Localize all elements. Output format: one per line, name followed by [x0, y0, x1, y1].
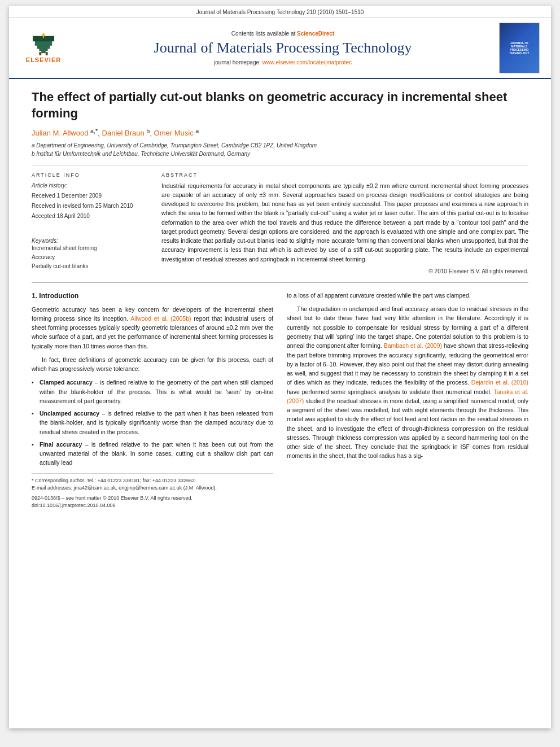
article-info-label: ARTICLE INFO	[32, 172, 150, 178]
contents-line: Contents lists available at ScienceDirec…	[231, 30, 334, 37]
intro-heading: 1. Introduction	[32, 291, 273, 302]
svg-rect-6	[46, 52, 48, 55]
article-main: The effect of partially cut-out blanks o…	[9, 79, 551, 521]
journal-title-area: Contents lists available at ScienceDirec…	[75, 23, 491, 73]
keywords-list: Incremental sheet forming Accuracy Parti…	[32, 244, 150, 271]
footnote-star: * Corresponding author. Tel.: +44 01223 …	[32, 477, 273, 485]
journal-citation: Journal of Materials Processing Technolo…	[9, 6, 551, 18]
keyword-3: Partially cut-out blanks	[32, 262, 150, 271]
author-allwood[interactable]: Julian M. Allwood	[32, 129, 88, 138]
body-left-col: 1. Introduction Geometric accuracy has b…	[32, 291, 273, 510]
copyright: © 2010 Elsevier B.V. All rights reserved…	[161, 268, 528, 274]
ref-allwood-2005b[interactable]: Allwood et al. (2005b)	[130, 315, 191, 322]
article-history: Article history: Received 1 December 200…	[32, 181, 150, 221]
homepage-link[interactable]: www.elsevier.com/locate/jmatprotec	[262, 59, 352, 65]
issn-line: 0924-0136/$ – see front matter © 2010 El…	[32, 495, 273, 503]
doi-line: doi:10.1016/j.jmatprotec.2010.04.008	[32, 502, 273, 510]
body-right-col: to a loss of all apparent curvature crea…	[287, 291, 528, 510]
journal-cover-area: JOURNAL OF MATERIALS PROCESSING TECHNOLO…	[497, 23, 542, 73]
journal-cover-image: JOURNAL OF MATERIALS PROCESSING TECHNOLO…	[499, 23, 540, 73]
ref-dejardin-2010[interactable]: Dejardin et al. (2010)	[471, 379, 528, 386]
elsevier-text: ELSEVIER	[26, 56, 61, 63]
right-para1: to a loss of all apparent curvature crea…	[287, 291, 528, 300]
bullet-final: Final accuracy – is defined relative to …	[32, 440, 273, 468]
right-para2: The degradation in unclamped and final a…	[287, 304, 528, 461]
ref-bambach-2009[interactable]: Bambach et al. (2009)	[384, 342, 442, 349]
bullet-unclamped: Unclamped accuracy – is defined relative…	[32, 409, 273, 436]
article-info-abstract: ARTICLE INFO Article history: Received 1…	[32, 172, 528, 274]
keyword-2: Accuracy	[32, 253, 150, 262]
article-divider	[32, 165, 528, 165]
ref-tanaka-2007[interactable]: Tanaka et al. (2007)	[287, 388, 528, 404]
publisher-logo-area: ELSEVIER	[18, 23, 69, 73]
elsevier-logo: ELSEVIER	[21, 31, 66, 65]
journal-homepage: journal homepage: www.elsevier.com/locat…	[214, 59, 352, 65]
author-music[interactable]: Omer Music	[154, 129, 194, 138]
citation-text: Journal of Materials Processing Technolo…	[196, 9, 364, 15]
intro-para1: Geometric accuracy has been a key concer…	[32, 305, 273, 351]
author-braun[interactable]: Daniel Braun	[102, 129, 145, 138]
authors-line: Julian M. Allwood a,*, Daniel Braun b, O…	[32, 127, 528, 137]
journal-header: ELSEVIER Contents lists available at Sci…	[9, 18, 551, 79]
article-info-col: ARTICLE INFO Article history: Received 1…	[32, 172, 150, 274]
page: Journal of Materials Processing Technolo…	[9, 6, 551, 728]
elsevier-tree-icon	[27, 33, 60, 55]
abstract-text: Industrial requirements for accuracy in …	[161, 181, 528, 264]
accuracy-definitions: Clamped accuracy – is defined relative t…	[32, 378, 273, 467]
footnote-email: E-mail addresses: jma42@cam.ac.uk, engjm…	[32, 484, 273, 492]
body-columns: 1. Introduction Geometric accuracy has b…	[32, 291, 528, 510]
svg-rect-5	[39, 52, 41, 55]
abstract-col: ABSTRACT Industrial requirements for acc…	[161, 172, 528, 274]
article-title: The effect of partially cut-out blanks o…	[32, 89, 528, 121]
journal-title: Journal of Materials Processing Technolo…	[154, 39, 412, 56]
keywords-label: Keywords:	[32, 238, 150, 244]
bullet-clamped: Clamped accuracy – is defined relative t…	[32, 378, 273, 405]
sciencedirect-link[interactable]: ScienceDirect	[297, 30, 334, 37]
abstract-label: ABSTRACT	[161, 172, 528, 178]
keyword-1: Incremental sheet forming	[32, 244, 150, 253]
affiliations: a Department of Engineering, University …	[32, 141, 528, 158]
full-divider	[32, 282, 528, 283]
svg-rect-8	[43, 35, 44, 38]
intro-para2: In fact, three definitions of geometric …	[32, 355, 273, 374]
footnote-area: * Corresponding author. Tel.: +44 01223 …	[32, 473, 273, 510]
